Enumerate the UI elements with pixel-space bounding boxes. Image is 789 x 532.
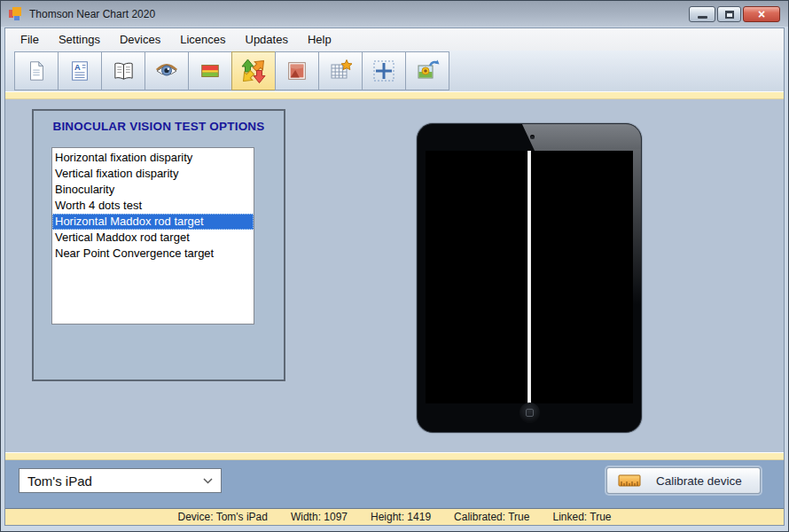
duochrome-icon — [199, 59, 222, 82]
titlebar[interactable]: Thomson Near Chart 2020 × — [1, 1, 788, 27]
accent-divider-bottom — [5, 452, 784, 460]
close-icon: × — [758, 8, 765, 20]
window-title: Thomson Near Chart 2020 — [29, 8, 155, 20]
maddox-rod-line — [527, 151, 531, 403]
test-options-listbox[interactable]: Horizontal fixation disparity Vertical f… — [51, 147, 254, 325]
eye-icon — [154, 59, 179, 83]
menu-item-updates[interactable]: Updates — [236, 28, 298, 51]
close-button[interactable]: × — [743, 6, 780, 22]
crosshair-button[interactable] — [362, 51, 406, 90]
list-item[interactable]: Vertical Maddox rod target — [52, 230, 254, 246]
list-item[interactable]: Horizontal Maddox rod target — [52, 214, 254, 230]
status-linked: Linked: True — [552, 511, 611, 523]
test-options-list: Horizontal fixation disparity Vertical f… — [52, 150, 254, 262]
footer-bar: Tom's iPad Calibrate device — [5, 460, 784, 508]
menu-item-licences[interactable]: Licences — [170, 28, 235, 51]
new-document-icon — [25, 59, 48, 82]
crosshair-icon — [371, 59, 396, 83]
device-edge-highlight — [633, 149, 641, 304]
export-image-button[interactable] — [405, 51, 449, 90]
app-logo-icon — [9, 7, 23, 21]
toolbar: A — [5, 51, 784, 91]
status-bar: Device: Tom's iPad Width: 1097 Height: 1… — [5, 508, 784, 525]
accent-divider-top — [5, 91, 784, 99]
minimize-button[interactable] — [689, 6, 715, 22]
device-preview — [417, 123, 642, 433]
grid-new-icon — [328, 59, 353, 83]
client-area: File Settings Devices Licences Updates H… — [4, 27, 785, 526]
device-select[interactable]: Tom's iPad — [19, 468, 222, 493]
book-icon — [112, 59, 136, 83]
window-frame: Thomson Near Chart 2020 × File Settings … — [0, 0, 789, 532]
text-chart-button[interactable]: A — [58, 51, 102, 90]
menu-item-help[interactable]: Help — [298, 28, 341, 51]
device-home-button-icon — [519, 403, 540, 423]
minimize-icon — [698, 16, 707, 19]
new-document-button[interactable] — [14, 51, 59, 90]
ruler-icon — [618, 473, 641, 488]
chevron-down-icon — [203, 478, 213, 484]
text-chart-icon: A — [68, 59, 91, 82]
calibrate-device-button[interactable]: Calibrate device — [606, 467, 761, 494]
device-screen — [426, 151, 633, 403]
caption-buttons: × — [689, 6, 780, 22]
vision-test-button[interactable] — [145, 51, 189, 90]
device-select-value: Tom's iPad — [27, 473, 92, 489]
list-item[interactable]: Horizontal fixation disparity — [52, 150, 254, 166]
status-height: Height: 1419 — [371, 511, 431, 523]
list-item[interactable]: Near Point Convergence target — [52, 246, 254, 262]
export-image-icon — [415, 59, 440, 83]
list-item[interactable]: Worth 4 dots test — [52, 198, 254, 214]
direction-arrows-icon — [240, 58, 267, 84]
menu-item-settings[interactable]: Settings — [49, 28, 110, 51]
menu-item-devices[interactable]: Devices — [110, 28, 170, 51]
list-item[interactable]: Binocularity — [52, 182, 254, 198]
reading-text-button[interactable] — [101, 51, 145, 90]
menu-bar: File Settings Devices Licences Updates H… — [5, 28, 784, 51]
duochrome-button[interactable] — [188, 51, 232, 90]
main-content: BINOCULAR VISION TEST OPTIONS Horizontal… — [5, 99, 784, 452]
menu-item-file[interactable]: File — [11, 28, 49, 51]
status-width: Width: 1097 — [291, 511, 348, 523]
maximize-button[interactable] — [717, 6, 741, 22]
grid-new-button[interactable] — [318, 51, 363, 90]
binocular-targets-button[interactable] — [231, 51, 276, 90]
status-calibrated: Calibrated: True — [454, 511, 529, 523]
panel-title: BINOCULAR VISION TEST OPTIONS — [34, 120, 284, 133]
device-camera-icon — [530, 135, 535, 139]
app-window: Thomson Near Chart 2020 × File Settings … — [0, 0, 789, 532]
status-device: Device: Tom's iPad — [178, 511, 268, 523]
calibrate-button-label: Calibrate device — [656, 474, 742, 488]
svg-text:A: A — [74, 63, 81, 72]
picture-chart-icon — [285, 59, 309, 82]
maximize-icon — [725, 11, 734, 19]
picture-chart-button[interactable] — [275, 51, 319, 90]
list-item[interactable]: Vertical fixation disparity — [52, 166, 254, 182]
test-options-panel: BINOCULAR VISION TEST OPTIONS Horizontal… — [32, 109, 285, 381]
